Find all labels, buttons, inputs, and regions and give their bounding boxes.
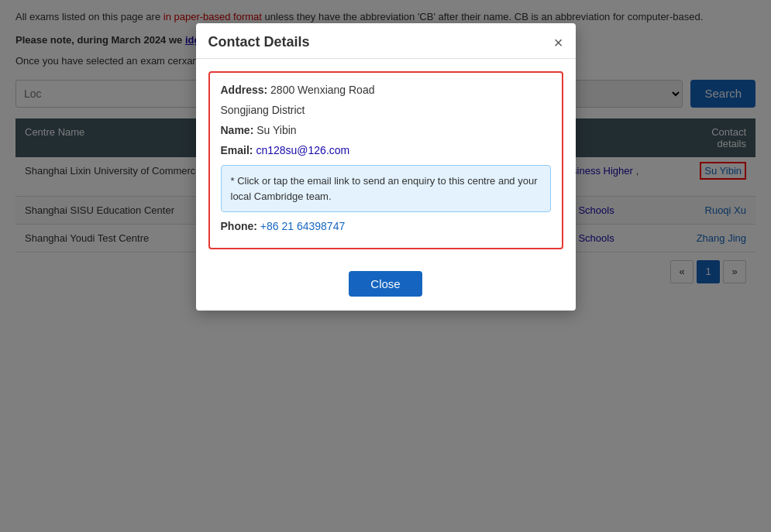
close-button[interactable]: Close: [349, 271, 422, 297]
name-label: Name:: [221, 124, 254, 136]
modal-body: Address: 2800 Wenxiang Road Songjiang Di…: [196, 59, 576, 262]
email-label: Email:: [221, 144, 253, 156]
email-note-text: * Click or tap the email link to send an…: [231, 175, 538, 202]
contact-details-box: Address: 2800 Wenxiang Road Songjiang Di…: [208, 71, 563, 249]
email-line: Email: cn128su@126.com: [221, 142, 551, 159]
modal-footer: Close: [196, 262, 576, 311]
phone-label: Phone:: [221, 220, 257, 232]
name-line: Name: Su Yibin: [221, 122, 551, 139]
modal-title: Contact Details: [208, 34, 310, 50]
email-link[interactable]: cn128su@126.com: [256, 144, 349, 156]
phone-link[interactable]: +86 21 64398747: [260, 220, 345, 232]
contact-details-modal: Contact Details × Address: 2800 Wenxiang…: [196, 23, 576, 311]
name-value: Su Yibin: [256, 124, 296, 136]
modal-overlay: Contact Details × Address: 2800 Wenxiang…: [0, 0, 771, 532]
address-line: Address: 2800 Wenxiang Road: [221, 82, 551, 98]
phone-line: Phone: +86 21 64398747: [221, 218, 551, 235]
address-line2: Songjiang District: [221, 102, 551, 118]
modal-close-button[interactable]: ×: [554, 35, 563, 50]
address-value-line1: 2800 Wenxiang Road: [270, 84, 374, 96]
modal-header: Contact Details ×: [196, 23, 576, 59]
address-label: Address:: [221, 84, 268, 96]
email-note-box: * Click or tap the email link to send an…: [221, 165, 551, 212]
